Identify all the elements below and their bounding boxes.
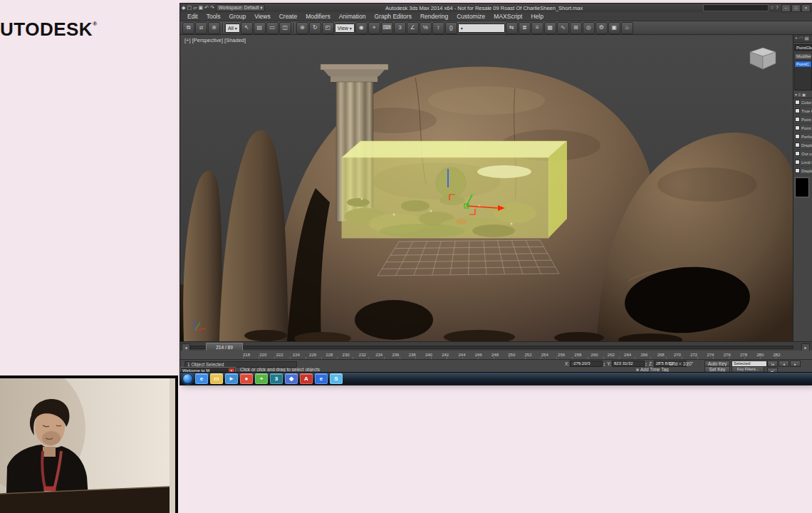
- modifier-stack[interactable]: PointC: [794, 61, 812, 90]
- taskbar-media-player[interactable]: ►: [225, 373, 238, 384]
- time-slider-track[interactable]: [190, 346, 793, 349]
- create-tab-icon[interactable]: +: [795, 36, 798, 41]
- menu-item[interactable]: Graph Editors: [370, 13, 415, 20]
- y-value-input[interactable]: 823 31/32: [612, 361, 645, 367]
- save-file-icon[interactable]: ▣: [198, 4, 203, 11]
- menu-item[interactable]: Tools: [202, 13, 225, 20]
- align-icon[interactable]: ≣: [519, 22, 531, 34]
- taskbar-round-app[interactable]: S: [330, 373, 343, 384]
- workspace-selector[interactable]: Workspace: Default ▾: [216, 4, 266, 11]
- taskbar-ie-secondary[interactable]: e: [315, 373, 328, 384]
- taskbar-chrome[interactable]: ●: [240, 373, 253, 384]
- rollout-row[interactable]: Perfor: [793, 133, 812, 141]
- menu-item[interactable]: Animation: [335, 13, 370, 20]
- modifier-stack-selected[interactable]: PointC: [795, 61, 811, 67]
- infocenter-search-input[interactable]: [703, 4, 769, 11]
- rollout-row[interactable]: Color: [793, 98, 812, 107]
- object-name-field[interactable]: PointClou: [794, 44, 812, 51]
- bind-to-space-warp-icon[interactable]: ≋: [208, 22, 220, 34]
- select-and-manipulate-icon[interactable]: ⌖: [368, 22, 380, 34]
- named-selection-sets-icon[interactable]: {}: [445, 22, 457, 34]
- taskbar-internet-explorer[interactable]: e: [195, 373, 208, 384]
- taskbar-green-app[interactable]: +: [255, 373, 268, 384]
- app-menu-icon[interactable]: ◆: [182, 4, 185, 11]
- spinner-snap-icon[interactable]: ↕: [432, 22, 444, 34]
- play-button[interactable]: ▸: [790, 361, 801, 367]
- maximize-button[interactable]: □: [791, 4, 801, 12]
- menu-item[interactable]: Views: [250, 13, 275, 20]
- undo-icon[interactable]: ↶: [204, 4, 209, 11]
- modifier-list-dropdown[interactable]: Modifier Li: [794, 53, 812, 60]
- new-scene-icon[interactable]: ▢: [187, 4, 192, 11]
- timeline-ruler[interactable]: 2182202222242262282302322342362382402422…: [243, 351, 781, 359]
- taskbar-blue-app[interactable]: ◆: [285, 373, 298, 384]
- x-value-input[interactable]: -279.20/3: [570, 361, 603, 367]
- spinner-icon[interactable]: ▴▾: [603, 362, 605, 366]
- layer-manager-icon[interactable]: ≡: [531, 22, 543, 34]
- snaps-toggle-icon[interactable]: 3: [394, 22, 406, 34]
- redo-icon[interactable]: ↷: [210, 4, 214, 11]
- selection-region-icon[interactable]: ▭: [266, 22, 279, 34]
- keyboard-override-icon[interactable]: ⌨: [381, 22, 393, 34]
- select-by-name-icon[interactable]: ▤: [254, 22, 266, 34]
- rollout-row[interactable]: True C: [793, 107, 812, 115]
- unlink-selection-icon[interactable]: ⧄: [195, 22, 207, 34]
- select-object-icon[interactable]: ↖: [241, 22, 253, 34]
- menu-item[interactable]: Group: [225, 13, 251, 20]
- start-button[interactable]: [182, 373, 193, 384]
- y-coordinate-field[interactable]: Y: 823 31/32 ▴▾: [607, 361, 647, 367]
- ribbon-icon[interactable]: ▦: [544, 22, 556, 34]
- grid-helper[interactable]: [378, 240, 559, 276]
- help-icon[interactable]: ?: [776, 5, 779, 11]
- selection-filter-dropdown[interactable]: All▾: [225, 24, 240, 33]
- previous-frame-button[interactable]: ◂: [779, 361, 789, 367]
- render-setup-icon[interactable]: ⚙: [595, 22, 608, 34]
- select-and-scale-icon[interactable]: ◰: [322, 22, 334, 34]
- rollout-row[interactable]: Limit Bo: [793, 158, 812, 167]
- menu-item[interactable]: Create: [275, 13, 302, 20]
- x-coordinate-field[interactable]: X: -279.20/3 ▴▾: [565, 361, 605, 367]
- render-production-icon[interactable]: ♨: [621, 22, 633, 34]
- angle-snap-icon[interactable]: ∠: [407, 22, 419, 34]
- hierarchy-tab-icon[interactable]: ▤: [804, 36, 808, 41]
- open-file-icon[interactable]: ▱: [193, 4, 197, 11]
- menu-item[interactable]: Help: [526, 13, 547, 20]
- mirror-icon[interactable]: ⇆: [506, 22, 518, 34]
- add-time-tag[interactable]: Add Time Tag: [636, 367, 669, 372]
- minimize-button[interactable]: –: [781, 4, 791, 12]
- window-crossing-icon[interactable]: ◫: [279, 22, 291, 34]
- named-selection-dropdown[interactable]: ▾: [458, 24, 505, 33]
- reference-coordinate-dropdown[interactable]: View▾: [335, 24, 355, 33]
- menu-item[interactable]: Customize: [452, 13, 489, 20]
- close-button[interactable]: ×: [801, 4, 811, 12]
- perspective-viewport[interactable]: [+] [Perspective] [Shaded]: [180, 35, 793, 341]
- viewport-label[interactable]: [+] [Perspective] [Shaded]: [184, 37, 246, 43]
- rollout-row[interactable]: Out of: [793, 150, 812, 158]
- select-and-link-icon[interactable]: ⧉: [182, 22, 194, 34]
- material-editor-icon[interactable]: ◎: [583, 22, 595, 34]
- select-and-move-icon[interactable]: ⊕: [296, 22, 308, 34]
- menu-item[interactable]: Edit: [183, 13, 202, 20]
- point-cloud-volume[interactable]: [342, 141, 567, 238]
- menu-item[interactable]: Modifiers: [301, 13, 334, 20]
- use-pivot-center-icon[interactable]: ◉: [355, 22, 368, 34]
- modify-tab-icon[interactable]: ◠: [799, 36, 803, 41]
- star-icon[interactable]: ☆: [770, 5, 774, 11]
- go-to-start-button[interactable]: |◂: [767, 361, 778, 367]
- taskbar-3ds-max[interactable]: 3: [270, 373, 283, 384]
- rollout-row[interactable]: Point Si: [793, 124, 812, 133]
- rollout-row[interactable]: Display: [793, 141, 812, 150]
- rendered-frame-icon[interactable]: ▣: [608, 22, 620, 34]
- schematic-view-icon[interactable]: ⊞: [570, 22, 582, 34]
- viewport-canvas[interactable]: [180, 35, 793, 341]
- spinner-icon[interactable]: ▴▾: [645, 362, 647, 366]
- menu-item[interactable]: MAXScript: [489, 13, 526, 20]
- rollout-row[interactable]: Point D: [793, 115, 812, 124]
- taskbar-explorer-folder[interactable]: ▭: [210, 373, 223, 384]
- taskbar-autocad[interactable]: A: [300, 373, 313, 384]
- rollout-row[interactable]: Display: [793, 167, 812, 175]
- percent-snap-icon[interactable]: %: [420, 22, 432, 34]
- select-and-rotate-icon[interactable]: ↻: [309, 22, 321, 34]
- curve-editor-icon[interactable]: ∿: [557, 22, 569, 34]
- stack-tools[interactable]: ▾ ≡ ▣: [793, 91, 812, 98]
